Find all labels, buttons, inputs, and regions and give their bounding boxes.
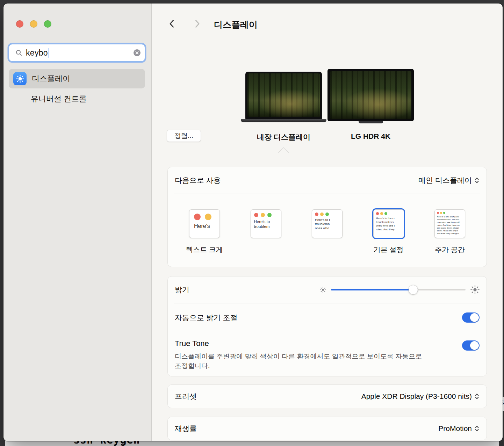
use-as-row: 다음으로 사용 메인 디스플레이 [168, 167, 487, 194]
monitor-bezel [327, 69, 414, 121]
arrange-button[interactable]: 정렬... [167, 130, 201, 142]
laptop-screen [245, 72, 322, 119]
popup-chevrons-icon [474, 425, 480, 432]
wallpaper-image [247, 73, 320, 117]
laptop-base [241, 119, 326, 122]
preview-traffic-lights [374, 210, 404, 215]
external-display-thumbnail[interactable] [327, 69, 414, 123]
scaling-preview-selected: Here's to the crtroublemakers.ones who s… [373, 209, 404, 238]
close-button[interactable] [16, 20, 23, 28]
sidebar-item-label: 디스플레이 [32, 73, 70, 84]
true-tone-description: 디스플레이를 주변광에 맞춰 색상이 다른 환경에서도 일관적으로 보이도록 자… [175, 352, 430, 371]
preview-traffic-lights [251, 210, 281, 217]
preset-popup[interactable]: Apple XDR Display (P3-1600 nits) [361, 392, 480, 401]
use-as-popup[interactable]: 메인 디스플레이 [418, 175, 480, 185]
scaling-option-3[interactable]: Here's to ttroublemaones who [310, 209, 345, 267]
brightness-dim-icon [320, 287, 326, 293]
scaling-option-default[interactable]: Here's to the crtroublemakers.ones who s… [371, 209, 406, 267]
preview-text: Here's to ttroublemaones who [312, 216, 342, 230]
zoom-button[interactable] [44, 20, 51, 28]
auto-brightness-label: 자동으로 밝기 조절 [175, 313, 238, 323]
preset-label: 프리셋 [175, 391, 197, 401]
scaling-option-label: 추가 공간 [435, 245, 465, 254]
scaling-preview: Here's to ttroublemaones who [312, 209, 343, 238]
scaling-option-label: 텍스트 크게 [186, 245, 223, 254]
scaling-option-larger-text[interactable]: Here's 텍스트 크게 [187, 209, 222, 267]
selected-display-pointer [278, 147, 289, 158]
use-as-label: 다음으로 사용 [175, 175, 221, 185]
brightness-card: 밝기 자동으로 밝기 조절 [167, 276, 487, 376]
brightness-row: 밝기 [168, 276, 487, 303]
auto-brightness-toggle[interactable] [462, 312, 480, 323]
scaling-option-more-space[interactable]: Here's to the crazy onetroublemakers. Th… [432, 209, 467, 267]
minimize-button[interactable] [30, 20, 37, 28]
system-settings-window: keybo 디스플레이 유니버설 컨트롤 [3, 3, 503, 441]
sidebar-item-universal-control[interactable]: 유니버설 컨트롤 [9, 91, 145, 107]
display-brightness-icon [13, 72, 27, 85]
brightness-bright-icon [470, 285, 480, 294]
search-input[interactable]: keybo [9, 44, 145, 62]
brightness-slider[interactable] [331, 285, 466, 295]
use-as-value: 메인 디스플레이 [418, 175, 472, 185]
preview-traffic-lights [189, 210, 219, 220]
true-tone-label: True Tone [175, 339, 430, 348]
external-display-name: LG HDR 4K [327, 132, 414, 141]
toggle-knob [470, 313, 479, 322]
slider-knob[interactable] [409, 285, 418, 294]
refresh-rate-popup[interactable]: ProMotion [438, 424, 480, 433]
preview-traffic-lights [312, 210, 342, 216]
display-settings-pane: 디스플레이 내장 디스플레이 LG HDR 4K 정렬... 다음으로 사용 [152, 3, 503, 441]
builtin-display-name: 내장 디스플레이 [241, 132, 326, 142]
scaling-preview: Here's totroublem [251, 209, 281, 238]
text-caret [49, 48, 49, 58]
refresh-rate-row: 재생률 ProMotion [168, 417, 487, 440]
window-controls [16, 20, 51, 28]
refresh-rate-value: ProMotion [438, 424, 472, 433]
refresh-rate-label: 재생률 [175, 424, 197, 433]
preview-text: Here's [189, 220, 219, 229]
wallpaper-image [330, 71, 411, 119]
sidebar-item-display[interactable]: 디스플레이 [9, 69, 145, 88]
desktop-background: ssh-keygen s keybo [0, 0, 504, 446]
search-text: keybo [26, 48, 48, 58]
preset-card: 프리셋 Apple XDR Display (P3-1600 nits) [167, 384, 487, 408]
back-button[interactable] [166, 17, 178, 30]
scaling-option-label: 기본 설정 [374, 245, 404, 254]
preview-text: Here's to the crazy onetroublemakers. Th… [435, 214, 465, 235]
monitor-stand [359, 121, 383, 123]
preview-text: Here's totroublem [251, 217, 281, 229]
preset-row: 프리셋 Apple XDR Display (P3-1600 nits) [168, 385, 487, 408]
preview-text: Here's to the crtroublemakers.ones who s… [374, 215, 404, 231]
popup-chevrons-icon [474, 177, 480, 184]
page-title: 디스플레이 [214, 19, 258, 30]
scaling-preview: Here's [189, 209, 220, 238]
true-tone-row: True Tone 디스플레이를 주변광에 맞춰 색상이 다른 환경에서도 일관… [168, 332, 487, 376]
resolution-card: 다음으로 사용 메인 디스플레이 Here's 텍스트 크게 [167, 167, 487, 267]
slider-fill [331, 289, 413, 290]
scaling-options-row: Here's 텍스트 크게 Here's totroublem [168, 194, 487, 267]
brightness-label: 밝기 [175, 285, 189, 295]
forward-button[interactable] [191, 17, 203, 30]
section-divider [152, 152, 503, 152]
sidebar: keybo 디스플레이 유니버설 컨트롤 [3, 3, 152, 441]
scaling-preview: Here's to the crazy onetroublemakers. Th… [434, 209, 465, 238]
sidebar-item-label: 유니버설 컨트롤 [31, 94, 87, 104]
scaling-option-2[interactable]: Here's totroublem [249, 209, 283, 267]
refresh-rate-card: 재생률 ProMotion [167, 417, 487, 440]
popup-chevrons-icon [474, 393, 480, 400]
preset-value: Apple XDR Display (P3-1600 nits) [361, 392, 472, 401]
toggle-knob [470, 341, 479, 350]
true-tone-toggle[interactable] [462, 340, 480, 351]
preview-traffic-lights [435, 210, 465, 214]
auto-brightness-row: 자동으로 밝기 조절 [168, 303, 487, 332]
search-icon [15, 49, 22, 56]
clear-search-button[interactable] [134, 49, 141, 56]
builtin-display-thumbnail[interactable] [241, 72, 326, 122]
